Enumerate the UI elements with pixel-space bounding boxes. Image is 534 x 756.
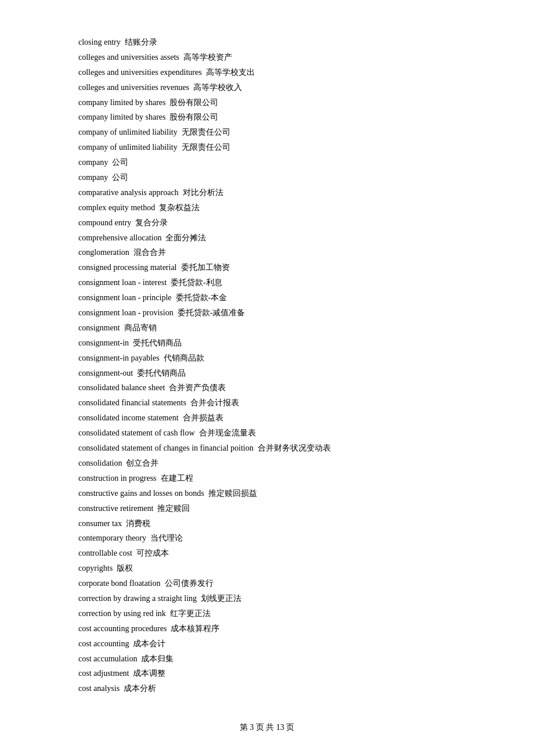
list-item: complex equity method 复杂权益法 xyxy=(78,200,456,215)
page-footer: 第 3 页 共 13 页 xyxy=(0,722,534,733)
list-item: consolidation 创立合并 xyxy=(78,456,456,471)
list-item: company limited by shares 股份有限公司 xyxy=(78,95,456,110)
list-item: consignment-out 委托代销商品 xyxy=(78,366,456,381)
list-item: compound entry 复合分录 xyxy=(78,215,456,231)
list-item: cost accounting 成本会计 xyxy=(78,636,456,651)
list-item: correction by drawing a straight ling 划线… xyxy=(78,591,456,606)
list-item: consolidated statement of changes in fin… xyxy=(78,441,456,456)
list-item: conglomeration 混合合并 xyxy=(78,245,456,260)
list-item: construction in progress 在建工程 xyxy=(78,471,456,486)
list-item: colleges and universities assets 高等学校资产 xyxy=(78,50,456,65)
list-item: corporate bond floatation 公司债券发行 xyxy=(78,576,456,591)
list-item: consolidated financial statements 合并会计报表 xyxy=(78,395,456,411)
list-item: correction by using red ink 红字更正法 xyxy=(78,606,456,621)
list-item: consolidated balance sheet 合并资产负债表 xyxy=(78,380,456,395)
list-item: consignment-in 受托代销商品 xyxy=(78,336,456,351)
list-item: colleges and universities revenues 高等学校收… xyxy=(78,80,456,95)
list-item: consignment loan - provision 委托贷款-减值准备 xyxy=(78,305,456,321)
list-item: consignment loan - principle 委托贷款-本金 xyxy=(78,290,456,305)
list-item: cost adjustment 成本调整 xyxy=(78,666,456,681)
list-item: consumer tax 消费税 xyxy=(78,516,456,531)
list-item: controllable cost 可控成本 xyxy=(78,546,456,561)
list-item: comprehensive allocation 全面分摊法 xyxy=(78,231,456,246)
list-item: consignment-in payables 代销商品款 xyxy=(78,351,456,366)
footer-text: 第 3 页 共 13 页 xyxy=(240,723,295,732)
page-content: closing entry 结账分录colleges and universit… xyxy=(0,0,534,743)
list-item: constructive gains and losses on bonds 推… xyxy=(78,486,456,501)
list-item: cost analysis 成本分析 xyxy=(78,681,456,696)
list-item: closing entry 结账分录 xyxy=(78,35,456,50)
list-item: company of unlimited liability 无限责任公司 xyxy=(78,140,456,155)
entries-list: closing entry 结账分录colleges and universit… xyxy=(78,35,456,696)
list-item: cost accumulation 成本归集 xyxy=(78,651,456,667)
list-item: comparative analysis approach 对比分析法 xyxy=(78,185,456,200)
list-item: colleges and universities expenditures 高… xyxy=(78,65,456,80)
list-item: company limited by shares 股份有限公司 xyxy=(78,110,456,125)
list-item: contemporary theory 当代理论 xyxy=(78,531,456,546)
list-item: cost accounting procedures 成本核算程序 xyxy=(78,621,456,636)
list-item: constructive retirement 推定赎回 xyxy=(78,501,456,516)
list-item: consolidated income statement 合并损益表 xyxy=(78,411,456,426)
list-item: consigned processing material 委托加工物资 xyxy=(78,260,456,275)
list-item: company 公司 xyxy=(78,155,456,170)
list-item: consignment loan - interest 委托贷款-利息 xyxy=(78,275,456,290)
list-item: consolidated statement of cash flow 合并现金… xyxy=(78,426,456,441)
list-item: company 公司 xyxy=(78,170,456,185)
list-item: consignment 商品寄销 xyxy=(78,321,456,336)
list-item: company of unlimited liability 无限责任公司 xyxy=(78,125,456,140)
list-item: copyrights 版权 xyxy=(78,561,456,576)
